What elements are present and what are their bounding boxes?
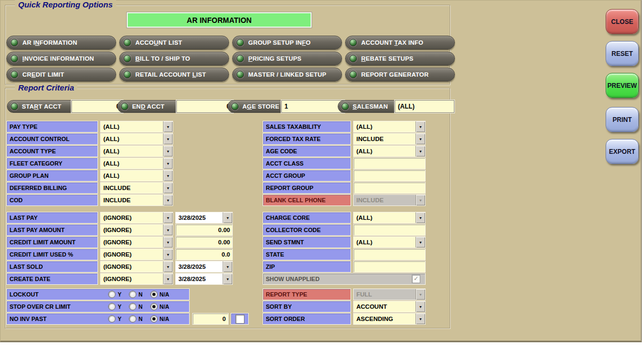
last-pay-date-combo[interactable]: 3/28/2025▼ [175, 212, 233, 224]
print-button[interactable]: PRINT [606, 107, 639, 132]
end-acct-input[interactable]: 0 [176, 100, 233, 113]
chevron-down-icon[interactable]: ▼ [163, 274, 173, 284]
chevron-down-icon[interactable]: ▼ [415, 121, 425, 132]
chevron-down-icon[interactable]: ▼ [163, 170, 173, 181]
stop-over-cr-limit-radio-n-a[interactable]: N/A [150, 303, 169, 310]
no-inv-past-checkbox[interactable] [235, 315, 244, 324]
sort-by-combo[interactable]: ACCOUNT▼ [353, 301, 426, 312]
charge-core-combo[interactable]: (ALL)▼ [353, 212, 426, 224]
lockout-radio-n-a[interactable]: N/A [150, 291, 169, 298]
chevron-down-icon[interactable]: ▼ [163, 121, 173, 132]
send-stmnt-combo[interactable]: (ALL)▼ [353, 236, 426, 248]
pay-type-combo[interactable]: (ALL)▼ [100, 121, 173, 133]
report-group-input[interactable] [353, 182, 426, 194]
chevron-down-icon[interactable]: ▼ [163, 212, 173, 223]
quick-button-ar-information[interactable]: AR INFORMATION [6, 36, 116, 50]
chevron-down-icon[interactable]: ▼ [163, 225, 173, 235]
quick-button-master-linked-setup[interactable]: MASTER / LINKED SETUP [232, 68, 342, 81]
end-acct-label: END ACCT [132, 103, 165, 110]
no-inv-past-radio-n[interactable]: N [129, 315, 143, 323]
deferred-billing-combo[interactable]: INCLUDE▼ [100, 182, 173, 194]
credit-limit-amount-combo[interactable]: (IGNORE)▼ [100, 236, 173, 248]
chevron-down-icon[interactable]: ▼ [163, 134, 173, 144]
forced-tax-rate-combo[interactable]: INCLUDE▼ [353, 133, 426, 145]
lockout-radio-n[interactable]: N [129, 291, 143, 298]
quick-button-account-list[interactable]: ACCOUNT LIST [119, 36, 229, 50]
quick-button-rebate-setups[interactable]: REBATE SETUPS [345, 52, 455, 65]
stop-over-cr-limit-radio-n[interactable]: N [129, 303, 143, 310]
quick-button-account-tax-info[interactable]: ACCOUNT TAX INFO [345, 36, 455, 50]
chevron-down-icon[interactable]: ▼ [415, 134, 425, 144]
quick-button-credit-limit[interactable]: CREDIT LIMIT [6, 68, 116, 81]
chevron-down-icon[interactable]: ▼ [163, 261, 173, 272]
start-acct-button[interactable]: START ACCT [7, 100, 71, 113]
reset-button[interactable]: RESET [606, 41, 639, 66]
chevron-down-icon[interactable]: ▼ [163, 146, 173, 156]
quick-button-pricing-setups[interactable]: PRICING SETUPS [232, 52, 342, 65]
chevron-down-icon[interactable]: ▼ [415, 146, 425, 156]
acct-class-input[interactable] [353, 158, 426, 169]
acct-group-input[interactable] [353, 170, 426, 182]
chevron-down-icon[interactable]: ▼ [415, 237, 425, 248]
credit-limit-used-combo[interactable]: (IGNORE)▼ [100, 249, 173, 260]
salesman-input[interactable]: (ALL) [395, 100, 454, 113]
salesman-button[interactable]: SALESMAN [338, 100, 395, 113]
sort-order-combo[interactable]: ASCENDING▼ [353, 313, 426, 325]
last-sold-date-combo[interactable]: 3/28/2025▼ [175, 261, 233, 273]
collector-code-input[interactable] [353, 224, 426, 236]
chevron-down-icon[interactable]: ▼ [415, 314, 425, 324]
close-button[interactable]: CLOSE [606, 9, 639, 34]
chevron-down-icon[interactable]: ▼ [163, 237, 173, 248]
criteria-block-left-1: PAY TYPE(ALL)▼ACCOUNT CONTROL(ALL)▼ACCOU… [6, 121, 173, 206]
fleet-category-combo[interactable]: (ALL)▼ [100, 158, 173, 169]
quick-button-bill-to-ship-to[interactable]: BILL TO / SHIP TO [119, 52, 229, 65]
sales-taxability-label: SALES TAXABILITY [263, 121, 351, 133]
last-sold-combo[interactable]: (IGNORE)▼ [100, 261, 173, 273]
no-inv-past-radio-y[interactable]: Y [108, 315, 121, 323]
no-inv-past-radio-n-a[interactable]: N/A [150, 315, 169, 323]
create-date-combo[interactable]: (IGNORE)▼ [100, 273, 173, 285]
no-inv-past-days-input[interactable]: 0 [192, 313, 229, 325]
start-acct-input[interactable]: 0 [71, 100, 123, 113]
account-control-combo[interactable]: (ALL)▼ [100, 133, 173, 145]
chevron-down-icon[interactable]: ▼ [163, 195, 173, 205]
stop-over-cr-limit-radio-y[interactable]: Y [108, 303, 121, 310]
age-code-combo[interactable]: (ALL)▼ [353, 145, 426, 157]
create-date-date-combo[interactable]: 3/28/2025▼ [175, 273, 233, 285]
criteria-row-forced-tax-rate: FORCED TAX RATEINCLUDE▼ [263, 133, 426, 145]
quick-button-group-setup-info[interactable]: GROUP SETUP INFO [232, 36, 342, 50]
chevron-down-icon[interactable]: ▼ [223, 274, 232, 284]
account-type-combo[interactable]: (ALL)▼ [100, 145, 173, 157]
sales-taxability-combo[interactable]: (ALL)▼ [353, 121, 426, 133]
quick-button-label: REPORT GENERATOR [361, 71, 429, 78]
credit-limit-amount-value-input[interactable]: 0.00 [175, 236, 233, 248]
chevron-down-icon[interactable]: ▼ [163, 183, 173, 193]
chevron-down-icon[interactable]: ▼ [163, 158, 173, 169]
export-button[interactable]: EXPORT [606, 139, 639, 164]
credit-limit-used-value-input[interactable]: 0.0 [175, 249, 233, 260]
quick-button-retail-account-list[interactable]: RETAIL ACCOUNT LIST [119, 68, 229, 81]
chevron-down-icon[interactable]: ▼ [415, 301, 425, 312]
cod-combo[interactable]: INCLUDE▼ [100, 194, 173, 206]
group-plan-combo[interactable]: (ALL)▼ [100, 170, 173, 182]
radio-icon [129, 315, 136, 323]
command-button-column: CLOSERESETPREVIEWPRINTEXPORT [606, 1, 640, 341]
zip-input[interactable] [353, 261, 426, 273]
chevron-down-icon[interactable]: ▼ [415, 212, 425, 223]
lockout-radio-y[interactable]: Y [108, 291, 121, 298]
chevron-down-icon[interactable]: ▼ [163, 249, 173, 260]
status-led-icon [11, 103, 18, 110]
chevron-down-icon[interactable]: ▼ [223, 212, 232, 223]
quick-button-report-generator[interactable]: REPORT GENERATOR [345, 68, 455, 81]
chevron-down-icon[interactable]: ▼ [223, 261, 232, 272]
last-pay-amount-value-input[interactable]: 0.00 [175, 224, 233, 236]
preview-button[interactable]: PREVIEW [606, 73, 639, 98]
last-pay-combo[interactable]: (IGNORE)▼ [100, 212, 173, 224]
age-store-button[interactable]: AGE STORE [227, 100, 281, 113]
age-code-label: AGE CODE [263, 145, 351, 157]
quick-button-invoice-information[interactable]: INVOICE INFORMATION [6, 52, 116, 65]
state-input[interactable] [353, 249, 426, 260]
last-pay-amount-combo[interactable]: (IGNORE)▼ [100, 224, 173, 236]
end-acct-button[interactable]: END ACCT [117, 100, 176, 113]
age-store-input[interactable]: 1 [281, 100, 345, 113]
